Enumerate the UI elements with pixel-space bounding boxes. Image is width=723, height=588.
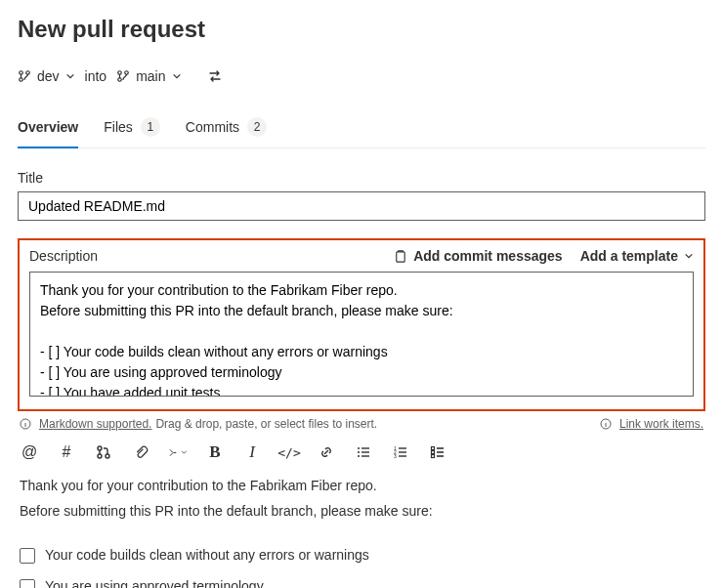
code-icon: </> <box>277 445 300 460</box>
bold-button[interactable]: B <box>205 442 225 462</box>
tab-label: Files <box>104 119 133 135</box>
add-commit-messages-button[interactable]: Add commit messages <box>393 248 563 264</box>
swap-branches-button[interactable] <box>201 63 229 90</box>
preview-line: Before submitting this PR into the defau… <box>20 501 703 523</box>
heading-icon <box>168 445 178 460</box>
task-label: You are using approved terminology <box>45 576 264 588</box>
into-label: into <box>85 68 107 84</box>
task-label: Your code builds clean without any error… <box>45 545 369 567</box>
branch-icon <box>116 68 130 84</box>
at-icon: @ <box>21 444 37 460</box>
chevron-down-icon <box>65 71 75 81</box>
title-input[interactable] <box>18 191 705 221</box>
attach-button[interactable] <box>131 442 150 462</box>
chevron-down-icon <box>684 251 694 261</box>
svg-rect-26 <box>432 455 435 458</box>
drag-drop-hint: Drag & drop, paste, or select files to i… <box>155 417 377 431</box>
chevron-down-icon <box>172 71 182 81</box>
task-row: Your code builds clean without any error… <box>20 545 703 567</box>
svg-rect-24 <box>432 447 435 450</box>
add-template-label: Add a template <box>580 248 678 264</box>
svg-rect-17 <box>362 455 369 456</box>
chevron-down-icon <box>181 447 188 457</box>
description-section: Description Add commit messages Add a te… <box>18 238 705 411</box>
preview-line: Thank you for your contribution to the F… <box>20 476 703 497</box>
bold-icon: B <box>209 442 220 462</box>
code-button[interactable]: </> <box>279 442 299 462</box>
svg-point-16 <box>358 455 360 457</box>
reference-button[interactable]: # <box>57 442 76 462</box>
description-label: Description <box>29 248 375 264</box>
title-label: Title <box>18 170 705 186</box>
svg-rect-19 <box>399 447 406 448</box>
description-textarea[interactable] <box>29 272 694 397</box>
svg-rect-23 <box>399 455 406 456</box>
svg-rect-21 <box>399 451 406 452</box>
tab-label: Overview <box>18 119 78 135</box>
add-template-button[interactable]: Add a template <box>580 248 694 264</box>
pull-request-button[interactable] <box>94 442 113 462</box>
page-title: New pull request <box>18 16 705 43</box>
target-branch-name: main <box>136 68 165 84</box>
info-icon <box>600 418 612 430</box>
list-bullet-icon <box>356 444 371 460</box>
numbered-list-button[interactable]: 1 2 3 <box>391 442 410 462</box>
link-button[interactable] <box>317 442 336 462</box>
heading-button[interactable] <box>168 442 188 462</box>
add-commit-messages-label: Add commit messages <box>413 248 563 264</box>
hash-icon: # <box>63 444 71 460</box>
swap-icon <box>207 68 223 84</box>
hints-row: Markdown supported. Drag & drop, paste, … <box>20 417 703 431</box>
task-list-icon <box>430 444 446 460</box>
branch-selector-row: dev into main <box>18 63 705 90</box>
info-icon <box>20 418 31 430</box>
svg-point-11 <box>106 454 109 458</box>
clipboard-icon <box>393 249 407 264</box>
bullet-list-button[interactable] <box>354 442 373 462</box>
task-checkbox[interactable] <box>20 579 35 588</box>
tab-overview[interactable]: Overview <box>18 117 78 148</box>
tab-label: Commits <box>186 119 239 135</box>
svg-text:3: 3 <box>394 453 397 459</box>
svg-point-14 <box>358 451 360 453</box>
task-checkbox[interactable] <box>20 548 35 564</box>
pull-request-icon <box>96 444 111 460</box>
tab-files[interactable]: Files 1 <box>104 117 160 148</box>
markdown-supported-link[interactable]: Markdown supported. <box>39 417 151 431</box>
mention-button[interactable]: @ <box>20 442 39 462</box>
italic-icon: I <box>249 442 255 462</box>
tab-count-badge: 2 <box>247 117 267 137</box>
svg-rect-13 <box>362 447 369 448</box>
branch-icon <box>18 68 31 84</box>
svg-rect-25 <box>432 451 435 454</box>
tab-commits[interactable]: Commits 2 <box>186 117 267 148</box>
task-list-button[interactable] <box>428 442 447 462</box>
source-branch-picker[interactable]: dev <box>18 68 75 84</box>
editor-toolbar: @ # B I </> 1 2 3 <box>18 439 705 476</box>
svg-rect-6 <box>397 251 404 261</box>
svg-point-9 <box>98 446 102 450</box>
svg-point-12 <box>358 447 360 449</box>
paperclip-icon <box>134 445 149 460</box>
target-branch-picker[interactable]: main <box>116 68 181 84</box>
list-numbered-icon: 1 2 3 <box>393 444 408 460</box>
link-work-items-link[interactable]: Link work items. <box>619 417 703 431</box>
svg-rect-15 <box>362 451 369 452</box>
italic-button[interactable]: I <box>242 442 262 462</box>
description-preview: Thank you for your contribution to the F… <box>18 476 705 588</box>
svg-point-10 <box>98 454 102 458</box>
tabs: Overview Files 1 Commits 2 <box>18 117 705 148</box>
source-branch-name: dev <box>37 68 60 84</box>
tab-count-badge: 1 <box>141 117 160 137</box>
task-row: You are using approved terminology <box>20 576 703 588</box>
link-icon <box>319 444 334 460</box>
